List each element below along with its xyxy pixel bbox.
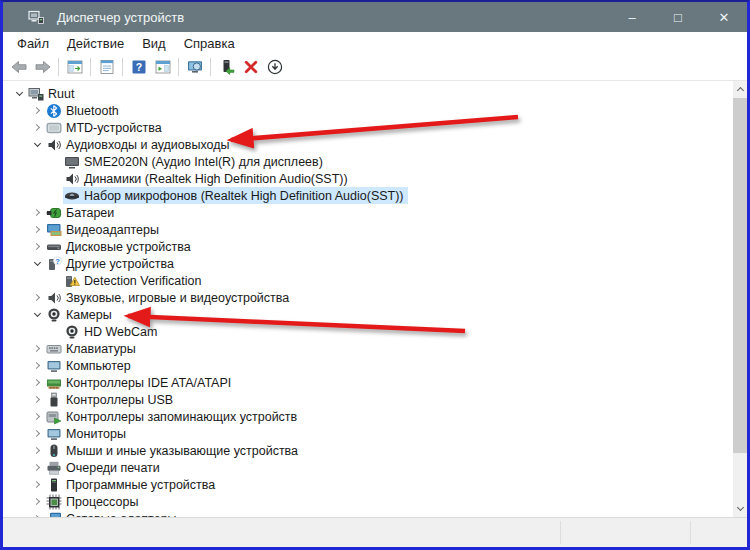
tree-item[interactable]: Мониторы bbox=[3, 425, 747, 442]
help-button[interactable]: ? bbox=[127, 56, 150, 78]
vertical-scrollbar[interactable] bbox=[733, 81, 747, 517]
properties-button[interactable] bbox=[95, 56, 118, 78]
tree-item[interactable]: Мыши и иные указывающие устройства bbox=[3, 442, 747, 459]
tree-item-content[interactable]: Контроллеры запоминающих устройств bbox=[45, 408, 301, 425]
tree-item-content[interactable]: Мыши и иные указывающие устройства bbox=[45, 442, 302, 459]
expand-chevron bbox=[47, 154, 63, 170]
tree-item-content[interactable]: Bluetooth bbox=[45, 102, 123, 119]
tree-item[interactable]: Программные устройства bbox=[3, 476, 747, 493]
tree-item-content[interactable]: Программные устройства bbox=[45, 476, 219, 493]
tree-item[interactable]: Контроллеры запоминающих устройств bbox=[3, 408, 747, 425]
update-driver-button[interactable] bbox=[215, 56, 238, 78]
expand-chevron[interactable] bbox=[29, 426, 45, 442]
expand-chevron[interactable] bbox=[29, 392, 45, 408]
tree-item[interactable]: Камеры bbox=[3, 306, 747, 323]
tree-item-content[interactable]: MTD-устройства bbox=[45, 119, 166, 136]
expand-chevron[interactable] bbox=[29, 120, 45, 136]
show-console-tree-button[interactable] bbox=[63, 56, 86, 78]
expand-chevron[interactable] bbox=[29, 460, 45, 476]
back-button[interactable] bbox=[7, 56, 30, 78]
tree-item[interactable]: Bluetooth bbox=[3, 102, 747, 119]
tree-item-content[interactable]: Ruut bbox=[27, 85, 78, 102]
tree-item[interactable]: Detection Verification bbox=[3, 272, 747, 289]
expand-chevron[interactable] bbox=[29, 477, 45, 493]
expand-chevron[interactable] bbox=[29, 375, 45, 391]
tree-item-content[interactable]: Аудиовходы и аудиовыходы bbox=[45, 136, 233, 153]
tree-item-content[interactable]: Набор микрофонов (Realtek High Definitio… bbox=[63, 187, 408, 204]
expand-chevron[interactable] bbox=[11, 86, 27, 102]
tree-item[interactable]: Набор микрофонов (Realtek High Definitio… bbox=[3, 187, 747, 204]
tree-item[interactable]: Процессоры bbox=[3, 493, 747, 510]
tree-item-label: Ruut bbox=[48, 87, 74, 101]
tree-item[interactable]: Ruut bbox=[3, 85, 747, 102]
expand-chevron[interactable] bbox=[29, 443, 45, 459]
tree-item[interactable]: Батареи bbox=[3, 204, 747, 221]
tree-item[interactable]: Клавиатуры bbox=[3, 340, 747, 357]
tree-item-content[interactable]: Компьютер bbox=[45, 357, 135, 374]
toolbar: ? bbox=[3, 54, 747, 81]
tree-item[interactable]: ?Другие устройства bbox=[3, 255, 747, 272]
scroll-down-button[interactable] bbox=[733, 501, 747, 517]
tree-item-content[interactable]: Процессоры bbox=[45, 493, 142, 510]
menu-item-help[interactable]: Справка bbox=[175, 34, 244, 53]
expand-chevron[interactable] bbox=[29, 341, 45, 357]
action-pane-icon bbox=[155, 59, 171, 75]
chevron-icon bbox=[32, 107, 39, 114]
tree-item[interactable]: MTD-устройства bbox=[3, 119, 747, 136]
expand-chevron[interactable] bbox=[29, 409, 45, 425]
expand-chevron[interactable] bbox=[29, 256, 45, 272]
toolbar-separator bbox=[210, 58, 211, 76]
tree-item[interactable]: Дисковые устройства bbox=[3, 238, 747, 255]
tree-item[interactable]: Динамики (Realtek High Definition Audio(… bbox=[3, 170, 747, 187]
tree-item[interactable]: Сетевые адаптеры bbox=[3, 510, 747, 517]
expand-chevron bbox=[47, 171, 63, 187]
expand-chevron[interactable] bbox=[29, 307, 45, 323]
tree-item-content[interactable]: Сетевые адаптеры bbox=[45, 510, 181, 517]
expand-chevron[interactable] bbox=[29, 290, 45, 306]
uninstall-device-button[interactable] bbox=[239, 56, 262, 78]
tree-item[interactable]: Очереди печати bbox=[3, 459, 747, 476]
scroll-up-button[interactable] bbox=[733, 81, 747, 97]
expand-chevron[interactable] bbox=[29, 222, 45, 238]
tree-item[interactable]: HD WebCam bbox=[3, 323, 747, 340]
tree-item-content[interactable]: Detection Verification bbox=[63, 272, 205, 289]
expand-chevron[interactable] bbox=[29, 103, 45, 119]
tree-item-content[interactable]: Очереди печати bbox=[45, 459, 164, 476]
maximize-button[interactable]: □ bbox=[655, 2, 701, 32]
tree-item-content[interactable]: Звуковые, игровые и видеоустройства bbox=[45, 289, 293, 306]
expand-chevron[interactable] bbox=[29, 205, 45, 221]
tree-item-content[interactable]: ?Другие устройства bbox=[45, 255, 178, 272]
tree-item-content[interactable]: SME2020N (Аудио Intel(R) для дисплеев) bbox=[63, 153, 327, 170]
tree-item-content[interactable]: Мониторы bbox=[45, 425, 130, 442]
tree-item[interactable]: SME2020N (Аудио Intel(R) для дисплеев) bbox=[3, 153, 747, 170]
scrollbar-thumb[interactable] bbox=[733, 98, 747, 453]
expand-chevron[interactable] bbox=[29, 358, 45, 374]
menu-item-action[interactable]: Действие bbox=[58, 34, 133, 53]
tree-item-content[interactable]: Контроллеры IDE ATA/ATAPI bbox=[45, 374, 235, 391]
tree-item-content[interactable]: Камеры bbox=[45, 306, 116, 323]
tree-item[interactable]: Звуковые, игровые и видеоустройства bbox=[3, 289, 747, 306]
tree-item-content[interactable]: Видеоадаптеры bbox=[45, 221, 163, 238]
tree-item-content[interactable]: Контроллеры USB bbox=[45, 391, 177, 408]
expand-chevron[interactable] bbox=[29, 239, 45, 255]
tree-item[interactable]: Видеоадаптеры bbox=[3, 221, 747, 238]
tree-item[interactable]: Компьютер bbox=[3, 357, 747, 374]
tree-item-content[interactable]: Динамики (Realtek High Definition Audio(… bbox=[63, 170, 352, 187]
menu-item-view[interactable]: Вид bbox=[133, 34, 175, 53]
disable-device-button[interactable] bbox=[263, 56, 286, 78]
tree-item[interactable]: Контроллеры IDE ATA/ATAPI bbox=[3, 374, 747, 391]
menu-item-file[interactable]: Файл bbox=[8, 34, 58, 53]
forward-button[interactable] bbox=[31, 56, 54, 78]
tree-item[interactable]: Аудиовходы и аудиовыходы bbox=[3, 136, 747, 153]
tree-item-content[interactable]: Клавиатуры bbox=[45, 340, 140, 357]
expand-chevron[interactable] bbox=[29, 494, 45, 510]
close-button[interactable]: ✕ bbox=[701, 2, 747, 32]
scan-hardware-changes-button[interactable] bbox=[183, 56, 206, 78]
tree-item-content[interactable]: Дисковые устройства bbox=[45, 238, 195, 255]
minimize-button[interactable]: – bbox=[609, 2, 655, 32]
tree-item-content[interactable]: HD WebCam bbox=[63, 323, 161, 340]
tree-item-content[interactable]: Батареи bbox=[45, 204, 118, 221]
expand-chevron[interactable] bbox=[29, 137, 45, 153]
show-action-pane-button[interactable] bbox=[151, 56, 174, 78]
tree-item[interactable]: Контроллеры USB bbox=[3, 391, 747, 408]
